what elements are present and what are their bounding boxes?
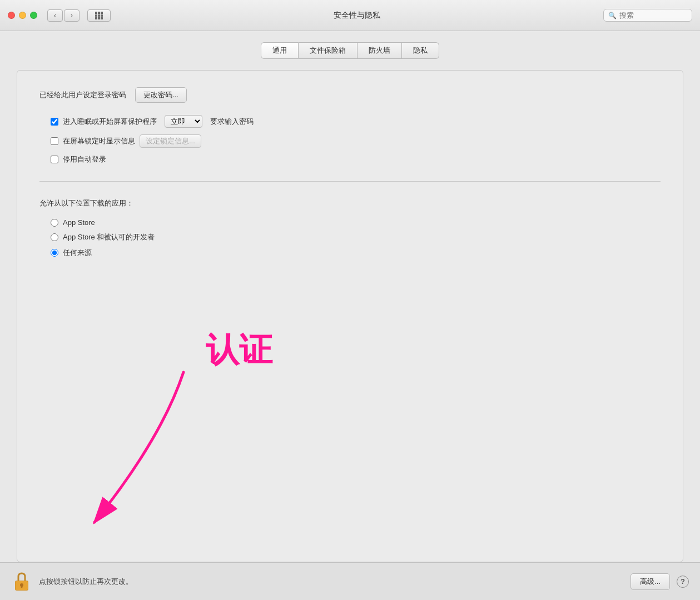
search-box: 🔍 — [603, 9, 692, 22]
auto-login-label: 停用自动登录 — [63, 154, 106, 164]
traffic-lights — [8, 12, 37, 19]
section-divider — [39, 181, 661, 182]
main-content: 通用 文件保险箱 防火墙 隐私 已经给此用户设定登录密码 更改密码... 进入睡… — [0, 31, 700, 562]
tab-filevault[interactable]: 文件保险箱 — [299, 42, 358, 59]
password-row: 已经给此用户设定登录密码 更改密码... — [39, 87, 661, 103]
lock-info-row: 在屏幕锁定时显示信息 设定锁定信息... — [51, 134, 661, 148]
lock-button[interactable] — [11, 570, 32, 593]
grid-icon — [95, 12, 103, 19]
minimize-button[interactable] — [19, 12, 26, 19]
radio-appstore[interactable] — [51, 219, 58, 227]
search-input[interactable] — [619, 11, 687, 19]
sleep-label: 进入睡眠或开始屏幕保护程序 — [63, 117, 157, 127]
radio-appstore-dev-row: App Store 和被认可的开发者 — [51, 232, 661, 242]
tab-privacy[interactable]: 隐私 — [402, 42, 439, 59]
search-icon: 🔍 — [608, 12, 617, 19]
back-button[interactable]: ‹ — [47, 9, 63, 22]
grid-button[interactable] — [87, 9, 111, 22]
sleep-checkbox[interactable] — [51, 118, 58, 126]
lock-info-label: 在屏幕锁定时显示信息 — [63, 136, 135, 146]
svg-rect-3 — [21, 585, 23, 588]
download-label: 允许从以下位置下载的应用： — [39, 198, 661, 208]
tab-firewall[interactable]: 防火墙 — [358, 42, 402, 59]
set-lock-info-button[interactable]: 设定锁定信息... — [140, 134, 201, 148]
download-radio-group: App Store App Store 和被认可的开发者 任何来源 — [51, 218, 661, 258]
window-title: 安全性与隐私 — [116, 11, 598, 21]
bottom-status-text: 点按锁按钮以防止再次更改。 — [39, 577, 624, 587]
forward-button[interactable]: › — [64, 9, 80, 22]
lock-icon — [13, 571, 31, 592]
help-button[interactable]: ? — [677, 576, 689, 588]
sleep-select[interactable]: 立即 1分钟 5分钟 — [165, 115, 202, 128]
auto-login-row: 停用自动登录 — [51, 154, 661, 164]
sleep-checkbox-row: 进入睡眠或开始屏幕保护程序 立即 1分钟 5分钟 要求输入密码 — [51, 115, 661, 128]
bottom-bar: 点按锁按钮以防止再次更改。 高级... ? — [0, 562, 700, 600]
radio-anywhere[interactable] — [51, 249, 58, 257]
radio-appstore-dev[interactable] — [51, 233, 58, 241]
radio-appstore-label: App Store — [63, 218, 95, 227]
maximize-button[interactable] — [30, 12, 37, 19]
title-bar: ‹ › 安全性与隐私 🔍 — [0, 0, 700, 31]
radio-appstore-dev-label: App Store 和被认可的开发者 — [63, 232, 155, 242]
checkbox-section: 进入睡眠或开始屏幕保护程序 立即 1分钟 5分钟 要求输入密码 在屏幕锁定时显示… — [51, 115, 661, 164]
radio-anywhere-row: 任何来源 — [51, 248, 661, 258]
lock-info-checkbox[interactable] — [51, 137, 58, 145]
nav-buttons: ‹ › — [47, 9, 80, 22]
tab-bar: 通用 文件保险箱 防火墙 隐私 — [17, 42, 683, 59]
password-label: 已经给此用户设定登录密码 — [39, 90, 126, 100]
change-password-button[interactable]: 更改密码... — [135, 87, 187, 103]
radio-anywhere-label: 任何来源 — [63, 248, 92, 258]
close-button[interactable] — [8, 12, 15, 19]
download-section: 允许从以下位置下载的应用： App Store App Store 和被认可的开… — [39, 198, 661, 258]
tab-general[interactable]: 通用 — [261, 42, 299, 59]
auto-login-checkbox[interactable] — [51, 156, 58, 163]
advanced-button[interactable]: 高级... — [631, 573, 670, 590]
sleep-suffix: 要求输入密码 — [210, 117, 254, 127]
radio-appstore-row: App Store — [51, 218, 661, 227]
settings-panel: 已经给此用户设定登录密码 更改密码... 进入睡眠或开始屏幕保护程序 立即 1分… — [17, 70, 683, 562]
